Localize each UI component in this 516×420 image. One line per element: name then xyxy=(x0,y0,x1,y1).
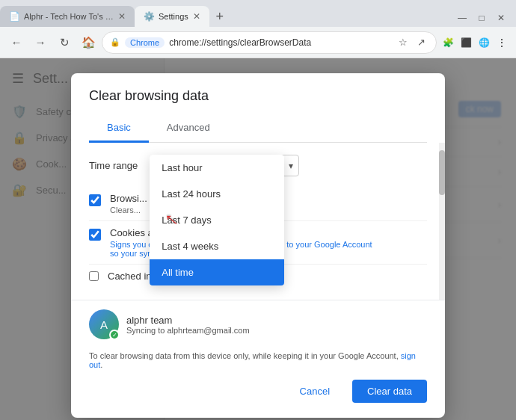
footer-note-text: To clear browsing data from this device … xyxy=(89,351,399,360)
tab-alphr-close[interactable]: ✕ xyxy=(118,11,126,22)
clear-browsing-data-modal: Clear browsing data Basic Advanced Time … xyxy=(71,73,445,418)
time-range-row: Time range All time ▾ Last hour Last 24 … xyxy=(89,155,427,176)
modal-tabs: Basic Advanced xyxy=(89,114,427,143)
address-actions: ☆ ↗ xyxy=(396,37,429,48)
minimize-icon[interactable]: — xyxy=(453,9,471,27)
scrollbar-track xyxy=(439,143,445,300)
user-info: A ✓ alphr team Syncing to alphrteam@gmai… xyxy=(89,309,427,339)
tab-settings-close[interactable]: ✕ xyxy=(193,11,200,22)
window-controls: — □ ✕ xyxy=(453,9,516,27)
ext-icon-3[interactable]: 🌐 xyxy=(476,34,492,51)
user-text: alphr team Syncing to alphrteam@gmail.co… xyxy=(126,315,250,335)
chrome-badge: Chrome xyxy=(125,37,165,48)
share-icon[interactable]: ↗ xyxy=(414,37,429,48)
dropdown-item-last-24[interactable]: Last 24 hours xyxy=(150,181,284,207)
tab-settings-favicon: ⚙️ xyxy=(144,11,154,22)
time-range-dropdown-wrapper: All time ▾ Last hour Last 24 hours Last … xyxy=(150,155,299,176)
forward-button[interactable]: → xyxy=(30,32,51,53)
close-icon[interactable]: ✕ xyxy=(492,9,510,27)
address-bar[interactable]: 🔒 Chrome chrome://settings/clearBrowserD… xyxy=(102,31,437,54)
new-tab-button[interactable]: + xyxy=(209,6,230,27)
ext-icon-2[interactable]: ⬛ xyxy=(458,34,474,51)
dropdown-item-last-4[interactable]: Last 4 weeks xyxy=(150,233,284,259)
clear-data-button[interactable]: Clear data xyxy=(352,380,427,403)
user-name: alphr team xyxy=(126,315,250,326)
tab-advanced[interactable]: Advanced xyxy=(149,114,228,143)
dropdown-item-all-time[interactable]: All time xyxy=(150,259,284,285)
sync-badge: ✓ xyxy=(109,330,120,340)
modal-actions: Cancel Clear data xyxy=(71,380,445,418)
modal-footer: A ✓ alphr team Syncing to alphrteam@gmai… xyxy=(71,300,445,351)
footer-note: To clear browsing data from this device … xyxy=(71,351,445,380)
browser-frame: 📄 Alphr - Tech How To's & Gui... ✕ ⚙️ Se… xyxy=(0,0,516,420)
browsing-history-checkbox[interactable] xyxy=(89,194,101,206)
cached-checkbox[interactable] xyxy=(89,271,99,281)
cancel-button[interactable]: Cancel xyxy=(285,380,345,403)
address-text: chrome://settings/clearBrowserData xyxy=(169,37,391,48)
tab-settings[interactable]: ⚙️ Settings ✕ xyxy=(135,6,209,27)
reload-button[interactable]: ↻ xyxy=(54,32,75,53)
modal-title: Clear browsing data xyxy=(89,88,427,104)
page-content: ☰ Sett... 🛡️ Safety check 🔒 Privacy and … xyxy=(0,58,516,420)
dropdown-item-last-hour[interactable]: Last hour xyxy=(150,155,284,181)
tab-basic[interactable]: Basic xyxy=(89,114,149,143)
tab-alphr[interactable]: 📄 Alphr - Tech How To's & Gui... ✕ xyxy=(0,6,135,27)
ext-icon-1[interactable]: 🧩 xyxy=(440,34,456,51)
home-button[interactable]: 🏠 xyxy=(78,32,99,53)
lock-icon: 🔒 xyxy=(110,37,120,47)
modal-header: Clear browsing data Basic Advanced xyxy=(71,73,445,143)
footer-end: . xyxy=(100,360,102,369)
tab-alphr-label: Alphr - Tech How To's & Gui... xyxy=(24,12,114,21)
modal-body: Time range All time ▾ Last hour Last 24 … xyxy=(71,143,445,300)
browser-toolbar: ← → ↻ 🏠 🔒 Chrome chrome://settings/clear… xyxy=(0,27,516,58)
modal-overlay: Clear browsing data Basic Advanced Time … xyxy=(0,58,516,420)
sync-text: Syncing to alphrteam@gmail.com xyxy=(126,326,250,335)
user-avatar: A ✓ xyxy=(89,309,119,339)
extension-icons: 🧩 ⬛ 🌐 ⋮ xyxy=(440,34,510,51)
bookmark-icon[interactable]: ☆ xyxy=(396,37,411,48)
cookies-checkbox[interactable] xyxy=(89,229,101,241)
time-range-label: Time range xyxy=(89,160,138,171)
tab-bar: 📄 Alphr - Tech How To's & Gui... ✕ ⚙️ Se… xyxy=(0,0,516,27)
maximize-icon[interactable]: □ xyxy=(473,9,491,27)
tab-alphr-favicon: 📄 xyxy=(9,11,19,22)
tab-settings-label: Settings xyxy=(159,12,188,21)
menu-button[interactable]: ⋮ xyxy=(494,34,510,51)
back-button[interactable]: ← xyxy=(6,32,27,53)
scrollbar-thumb[interactable] xyxy=(439,150,445,195)
